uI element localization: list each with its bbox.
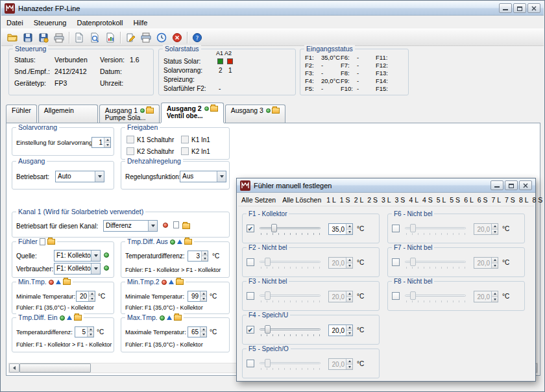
spin-up-button[interactable] <box>346 291 352 297</box>
spin-down-button[interactable] <box>492 263 498 269</box>
spin-up-button[interactable] <box>346 325 352 331</box>
tab-ausgang-3[interactable]: Ausgang 3 <box>225 104 285 123</box>
spin-down-button[interactable] <box>492 297 498 302</box>
spin-up-button[interactable] <box>88 327 93 332</box>
spin-down-button[interactable] <box>202 256 208 261</box>
spin-down-button[interactable] <box>346 263 352 269</box>
sensor-value-input[interactable]: 20,0 <box>328 291 353 302</box>
spin-down-button[interactable] <box>104 143 110 147</box>
sensor-slider[interactable] <box>258 223 322 236</box>
spin-up-button[interactable] <box>200 291 206 297</box>
folder-icon[interactable] <box>174 315 182 321</box>
betriebsart-combobox[interactable]: Auto <box>55 171 104 182</box>
sensor-slider[interactable] <box>404 290 467 303</box>
solarvorrang-spinner[interactable]: 1 <box>91 137 111 148</box>
arrow-icon[interactable] <box>56 280 61 284</box>
spin-up-button[interactable] <box>346 359 352 365</box>
combo-dropdown-button[interactable] <box>217 171 226 182</box>
tmpdiff-ein-spinner[interactable]: 5 <box>75 326 94 337</box>
dialog-close-button[interactable] <box>519 180 532 190</box>
sensor-checkbox[interactable] <box>392 258 400 266</box>
slider-thumb[interactable] <box>265 325 271 334</box>
sensor-value-input[interactable]: 20,0 <box>328 257 353 269</box>
folder-icon[interactable] <box>47 239 55 245</box>
close-button[interactable] <box>527 3 540 13</box>
save-as-button[interactable] <box>36 31 51 45</box>
menu-2s[interactable]: 2 S <box>365 195 380 205</box>
slider-thumb[interactable] <box>265 258 271 266</box>
menu-datei[interactable]: Datei <box>1 18 29 28</box>
spin-down-button[interactable] <box>492 230 498 235</box>
slider-thumb[interactable] <box>410 224 416 232</box>
dialog-minimize-button[interactable] <box>490 180 503 190</box>
spin-up-button[interactable] <box>346 224 352 230</box>
dialog-maximize-button[interactable] <box>505 180 518 190</box>
menu-6l[interactable]: 6 L <box>462 195 476 205</box>
folder-icon[interactable] <box>63 279 71 285</box>
sensor-value-input[interactable]: 20,0 <box>474 291 498 302</box>
scroll-left-button[interactable] <box>9 363 19 373</box>
spin-up-button[interactable] <box>492 224 498 230</box>
doc-report-button[interactable] <box>103 31 118 45</box>
tab-ausgang-1[interactable]: Ausgang 1 Pumpe Sola... <box>99 104 160 123</box>
spin-down-button[interactable] <box>346 331 352 336</box>
sensor-checkbox[interactable] <box>392 292 400 300</box>
sensor-slider[interactable] <box>404 256 467 269</box>
spin-down-button[interactable] <box>200 332 206 337</box>
menu-5s[interactable]: 5 S <box>448 195 462 205</box>
combo-dropdown-button[interactable] <box>91 251 100 261</box>
menu-8l[interactable]: 8 L <box>517 195 531 205</box>
spin-down-button[interactable] <box>346 230 352 235</box>
folder-icon[interactable] <box>184 239 192 245</box>
arrow-icon[interactable] <box>169 280 174 284</box>
spin-down-button[interactable] <box>346 297 352 302</box>
menu-6s[interactable]: 6 S <box>476 195 490 205</box>
spin-down-button[interactable] <box>89 297 95 301</box>
sensor-value-input[interactable]: 20,0 <box>474 223 498 235</box>
sensor-checkbox[interactable] <box>247 258 254 266</box>
menu-steuerung[interactable]: Steuerung <box>29 18 72 28</box>
spin-up-button[interactable] <box>104 138 110 143</box>
print-preview-button[interactable] <box>138 31 154 45</box>
sensor-slider[interactable] <box>404 223 467 236</box>
menu-3s[interactable]: 3 S <box>393 195 407 205</box>
alle-loeschen-button[interactable]: Alle Löschen <box>279 195 324 205</box>
k1-in1-checkbox[interactable] <box>181 136 189 143</box>
spin-down-button[interactable] <box>200 297 206 301</box>
k2-in1-checkbox[interactable] <box>181 147 189 155</box>
tab-allgemein[interactable]: Allgemein <box>38 104 98 123</box>
folder-icon[interactable] <box>182 223 190 229</box>
combo-dropdown-button[interactable] <box>95 171 104 182</box>
disconnect-button[interactable] <box>169 31 185 45</box>
slider-thumb[interactable] <box>410 291 416 300</box>
tmpdiff-aus-spinner[interactable]: 3 <box>188 251 208 262</box>
sensor-slider[interactable] <box>258 324 322 337</box>
menu-8s[interactable]: 8 S <box>530 195 544 205</box>
sensor-value-input[interactable]: 20,0 <box>328 325 353 336</box>
menu-3l[interactable]: 3 L <box>380 195 393 205</box>
min-tmp-spinner[interactable]: 20 <box>76 291 95 302</box>
spin-up-button[interactable] <box>346 258 352 263</box>
spin-up-button[interactable] <box>492 291 498 297</box>
page-icon[interactable] <box>173 221 179 228</box>
save-button[interactable] <box>20 31 36 45</box>
sensor-slider[interactable] <box>258 256 322 269</box>
combo-dropdown-button[interactable] <box>91 263 100 274</box>
spin-up-button[interactable] <box>492 258 498 263</box>
tab-ausgang-2[interactable]: Ausgang 2 Ventil obe... <box>161 103 224 123</box>
spin-down-button[interactable] <box>88 332 93 337</box>
tab-fuehler[interactable]: Fühler <box>6 104 37 123</box>
spin-up-button[interactable] <box>200 327 206 332</box>
sensor-slider[interactable] <box>258 290 322 303</box>
spin-up-button[interactable] <box>202 251 208 256</box>
doc-search-button[interactable] <box>87 31 103 45</box>
slider-thumb[interactable] <box>265 359 271 367</box>
sensor-value-input[interactable]: 20,0 <box>328 358 353 370</box>
kanal1-betriebsart-combobox[interactable]: Differenz <box>103 220 158 232</box>
spin-down-button[interactable] <box>346 365 352 370</box>
scrollbar-thumb[interactable] <box>19 363 91 373</box>
min-tmp2-spinner[interactable]: 99 <box>188 291 207 302</box>
menu-4l[interactable]: 4 L <box>407 195 420 205</box>
slider-thumb[interactable] <box>410 258 416 266</box>
menu-datenprotokoll[interactable]: Datenprotokoll <box>71 18 128 28</box>
